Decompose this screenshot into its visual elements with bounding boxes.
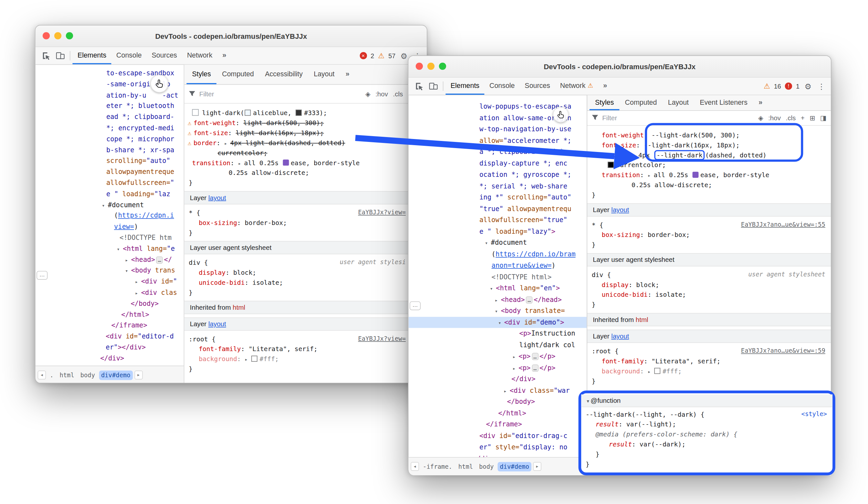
code-line[interactable]: </body> xyxy=(409,396,587,407)
code-line[interactable]: } xyxy=(587,240,831,250)
code-line[interactable]: box-sizing: border-box; xyxy=(185,218,427,228)
code-line[interactable]: background: ▸ #fff; xyxy=(587,366,831,376)
code-line[interactable]: div {user agent stylesheet xyxy=(587,270,831,280)
code-line[interactable]: result: var(--light); xyxy=(581,419,833,429)
code-line[interactable]: } xyxy=(587,376,831,386)
code-line[interactable]: ⚠font-weight: light-dark(500, 300); xyxy=(185,118,427,128)
tab-elements[interactable]: Elements xyxy=(445,78,484,95)
code-line[interactable]: * {EaYBJJx?view= xyxy=(185,208,427,218)
code-line[interactable]: ▾ #document xyxy=(409,237,587,248)
code-line[interactable]: </html> xyxy=(409,407,587,419)
code-line[interactable]: ▾ #document xyxy=(35,200,184,211)
code-line[interactable]: <!DOCTYPE html> xyxy=(409,271,587,283)
code-line[interactable]: font-family: "Literata", serif; xyxy=(185,344,427,354)
code-line[interactable]: *; encrypted-medi xyxy=(35,123,184,134)
inspect-icon[interactable] xyxy=(39,47,53,64)
tab-console[interactable]: Console xyxy=(112,47,147,64)
warning-icon[interactable]: ⚠ xyxy=(764,82,770,91)
code-line[interactable]: ▸ <head>…</ xyxy=(35,254,184,265)
code-line[interactable]: } xyxy=(587,300,831,310)
code-line[interactable]: allowfullscreen=" xyxy=(35,178,184,189)
code-line[interactable]: scrolling="auto" xyxy=(35,156,184,167)
title-bar[interactable]: DevTools - codepen.io/bramus/pen/EaYBJJx xyxy=(35,26,427,47)
tab-layout[interactable]: Layout xyxy=(308,65,340,84)
code-line[interactable]: er"></div> xyxy=(35,342,184,353)
tab--[interactable]: » xyxy=(753,95,768,111)
code-line[interactable]: light/dark col xyxy=(409,340,587,351)
code-line[interactable]: allow="accelerometer *; xyxy=(409,135,587,146)
code-line[interactable]: w-top-navigation-by-use xyxy=(409,123,587,135)
code-line[interactable]: </div> xyxy=(409,373,587,385)
grid-icon[interactable]: ⊞ xyxy=(809,114,815,122)
code-line[interactable]: currentcolor; xyxy=(587,160,831,170)
code-line[interactable]: ▸ <head>…</head> xyxy=(409,294,587,305)
issue-icon[interactable]: ! xyxy=(785,82,792,90)
tab-elements[interactable]: Elements xyxy=(72,47,111,64)
device-toolbar-icon[interactable] xyxy=(53,47,68,64)
section-header[interactable]: Layer user agent stylesheet xyxy=(185,241,427,254)
code-line[interactable]: "true" allowpaymentrequ xyxy=(409,203,587,214)
code-line[interactable]: display-capture *; enc xyxy=(409,158,587,169)
code-line[interactable]: } xyxy=(581,459,833,469)
tab-network[interactable]: Network xyxy=(182,47,217,64)
minimize-button[interactable] xyxy=(427,63,434,70)
section-header[interactable]: Layer layout xyxy=(185,191,427,204)
code-line[interactable]: font-size: --light-dark(16px, 18px); xyxy=(587,140,831,150)
section-header[interactable]: Layer layout xyxy=(587,330,831,343)
code-line[interactable]: div {user agent stylesi xyxy=(185,258,427,268)
gear-icon[interactable]: ⚙ xyxy=(803,82,813,91)
code-line[interactable]: transition: ▸ all 0.25s ease, border-sty… xyxy=(587,170,831,180)
filter-input[interactable]: Filter xyxy=(602,114,617,122)
tab--[interactable]: » xyxy=(598,78,612,95)
code-line[interactable]: display: block; xyxy=(185,268,427,278)
code-line[interactable]: } xyxy=(587,190,831,200)
style-source-link[interactable]: user agent stylesi xyxy=(340,258,406,268)
code-line[interactable]: <p>Instruction xyxy=(409,328,587,339)
hover-state-toggle[interactable]: :hov xyxy=(375,90,388,98)
tab-event-listeners[interactable]: Event Listeners xyxy=(694,95,753,111)
code-line[interactable]: font-family: "Literata", serif; xyxy=(587,356,831,366)
error-icon[interactable]: × xyxy=(360,52,366,59)
code-line[interactable]: (https://cdpn.io/bram xyxy=(409,249,587,260)
class-toggle[interactable]: .cls xyxy=(786,114,796,122)
breadcrumb-div-demo[interactable]: div#demo xyxy=(497,462,531,471)
code-line[interactable]: <div id="editor-d xyxy=(35,331,184,342)
code-line[interactable]: ▸ <p>…</p> xyxy=(409,362,587,373)
code-line[interactable]: </body> xyxy=(35,299,184,309)
dock-side-icon[interactable]: ◨ xyxy=(820,114,826,122)
breadcrumb--iframe-[interactable]: -iframe. xyxy=(421,462,454,471)
show-more-button[interactable]: … xyxy=(37,271,48,280)
code-line[interactable]: <!DOCTYPE htm xyxy=(35,233,184,244)
tab-network[interactable]: Network⚠ xyxy=(555,78,598,95)
hover-state-toggle[interactable]: :hov xyxy=(768,114,781,122)
code-line[interactable]: currentcolor; xyxy=(185,148,427,158)
breadcrumb-body[interactable]: body xyxy=(78,370,97,380)
code-line[interactable]: ▾ <body trans xyxy=(35,265,184,276)
code-line[interactable]: display: block; xyxy=(587,280,831,290)
breadcrumb--[interactable]: . xyxy=(48,370,55,380)
code-line[interactable]: :root {EaYBJJx?view= xyxy=(185,334,427,344)
breadcrumb-body[interactable]: body xyxy=(477,462,496,471)
code-line[interactable]: </html> xyxy=(35,309,184,320)
code-line[interactable]: } xyxy=(185,288,427,298)
code-line[interactable]: eter *; bluetooth xyxy=(35,101,184,112)
crumb-scroll-left[interactable]: ◂ xyxy=(38,371,46,379)
code-line[interactable]: ing *" scrolling="auto" xyxy=(409,192,587,203)
tab-computed[interactable]: Computed xyxy=(216,65,259,84)
code-line[interactable]: ⚠font-size: light-dark(16px, 18px); xyxy=(185,128,427,138)
tab-layout[interactable]: Layout xyxy=(663,95,694,111)
class-toggle[interactable]: .cls xyxy=(393,90,403,98)
close-button[interactable] xyxy=(43,32,50,39)
section-header[interactable]: Inherited from html xyxy=(587,313,831,326)
style-source-link[interactable]: user agent stylesheet xyxy=(748,270,825,280)
section-header[interactable]: Layer layout xyxy=(587,203,831,216)
tab--[interactable]: » xyxy=(340,65,355,84)
style-source-link[interactable]: EaYBJJx?view= xyxy=(358,334,406,344)
title-bar[interactable]: DevTools - codepen.io/bramus/pen/EaYBJJx xyxy=(409,56,831,78)
code-line[interactable]: ▸ <div id=" xyxy=(35,276,184,288)
show-more-button[interactable]: … xyxy=(410,301,421,310)
section-header[interactable]: Layer layout xyxy=(185,317,427,331)
code-line[interactable]: ▸ <div id="box-conso xyxy=(35,364,184,366)
code-line[interactable]: ▾ <html lang="e xyxy=(35,244,184,255)
zoom-button[interactable] xyxy=(66,32,73,39)
